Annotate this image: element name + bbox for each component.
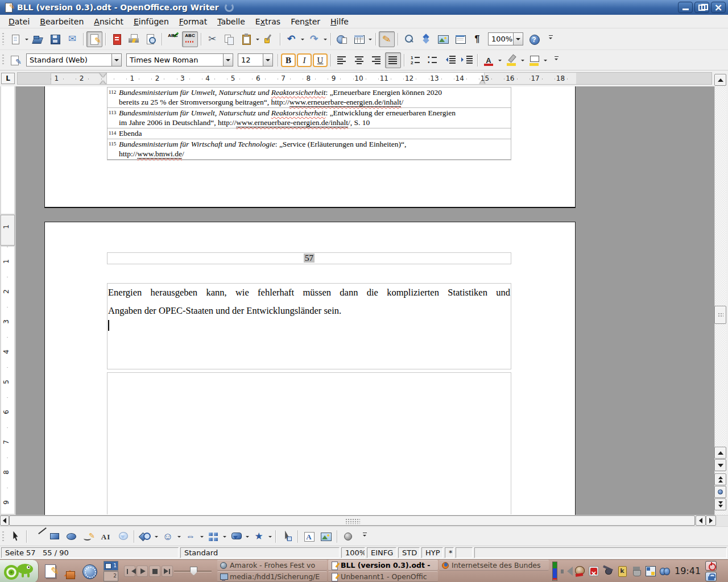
insert-table-button-dropdown-icon[interactable] (367, 32, 373, 47)
highlighting-button-dropdown-icon[interactable] (519, 53, 526, 68)
stars-button[interactable]: ★ (251, 529, 267, 544)
callouts-button-dropdown-icon[interactable] (244, 529, 250, 544)
taskbar-clock[interactable]: 19:41 (675, 566, 701, 576)
vertical-callout-button[interactable] (115, 529, 131, 544)
bullet-list-button[interactable] (424, 52, 440, 68)
line-button[interactable] (30, 529, 46, 544)
insert-mode-field[interactable]: EINFG (367, 547, 396, 558)
hyperlink-mode-field[interactable]: HYP (421, 547, 443, 558)
scroll-left-button[interactable] (0, 516, 9, 526)
font-size-combo-value[interactable]: 12 (238, 56, 263, 64)
footnote-link[interactable]: www.erneuerbare-energien.de/inhalt (236, 118, 348, 127)
page-56[interactable]: 112Bundesministerium für Umwelt, Natursc… (44, 86, 576, 208)
format-paintbrush-button[interactable] (261, 31, 277, 47)
network-tray-icon[interactable] (659, 565, 671, 577)
redo-button[interactable]: ↷ (306, 31, 322, 47)
symbol-shapes-button-dropdown-icon[interactable] (176, 529, 182, 544)
undo-button[interactable]: ↶ (283, 31, 299, 47)
body-text-frame[interactable]: Energien herausgeben kann, wie fehlerhaf… (107, 283, 511, 369)
home-folder-launcher-icon[interactable] (61, 563, 78, 580)
zoom-combo-value[interactable]: 100% (489, 35, 513, 43)
selection-mode-field[interactable]: STD (398, 547, 420, 558)
highlighting-button[interactable] (503, 52, 519, 68)
media-position-slider[interactable] (174, 566, 212, 577)
media-play-button[interactable] (136, 566, 148, 577)
email-button[interactable]: ✉ (64, 31, 80, 47)
font-color-button[interactable]: A (481, 52, 497, 68)
italic-button[interactable]: I (297, 53, 312, 67)
horizontal-scrollbar-thumb[interactable] (9, 516, 695, 526)
menu-datei[interactable]: Datei (3, 16, 35, 27)
page-number-field[interactable]: 57 (304, 253, 315, 263)
block-arrows-button-dropdown-icon[interactable] (198, 529, 205, 544)
media-next-button[interactable] (162, 566, 173, 577)
taskbar-task[interactable]: media:/hdd1/Sicherung/E (217, 571, 327, 582)
taskbar-task[interactable]: BLL (version 0.3).odt - (328, 560, 438, 571)
footnote-114[interactable]: 114Ebenda (107, 128, 511, 139)
open-button[interactable] (30, 31, 46, 47)
new-document-button-dropdown-icon[interactable] (23, 32, 30, 47)
menu-hilfe[interactable]: Hilfe (325, 16, 354, 27)
stars-button-dropdown-icon[interactable] (267, 529, 273, 544)
volume-tray-icon[interactable] (559, 565, 572, 577)
block-arrows-button[interactable]: ⇔ (183, 529, 198, 544)
amarok-dog-tray-icon[interactable] (573, 565, 586, 577)
insert-table-button[interactable] (351, 31, 367, 47)
kget-tray-icon[interactable] (602, 565, 614, 577)
edit-file-button[interactable] (86, 31, 102, 47)
find-replace-button[interactable] (401, 31, 417, 47)
basic-shapes-button-dropdown-icon[interactable] (153, 529, 159, 544)
menu-tabelle[interactable]: Tabelle (212, 16, 250, 27)
paste-button-dropdown-icon[interactable] (254, 32, 260, 47)
page-style-field[interactable]: Standard (180, 547, 340, 558)
extrusion-button[interactable] (340, 529, 356, 544)
media-stop-button[interactable] (149, 566, 160, 577)
font-name-combo-value[interactable]: Times New Roman (127, 56, 223, 64)
print-button[interactable] (126, 31, 142, 47)
font-name-combo-dropdown-icon[interactable] (223, 54, 233, 66)
error-tray-icon[interactable] (588, 565, 600, 577)
toolbar-overflow-button[interactable] (543, 31, 559, 47)
spellcheck-button[interactable]: ABC (165, 31, 181, 47)
copy-button[interactable] (221, 31, 237, 47)
auto-spellcheck-button[interactable]: ABC (182, 31, 198, 47)
zoom-combo-dropdown-icon[interactable] (513, 33, 523, 45)
menu-fenster[interactable]: Fenster (286, 16, 325, 27)
menu-einfgen[interactable]: Einfügen (129, 16, 174, 27)
previous-page-button[interactable] (714, 473, 726, 485)
paste-button[interactable] (238, 31, 254, 47)
justify-button[interactable] (385, 52, 401, 68)
flowchart-button[interactable] (205, 529, 221, 544)
navigator-button[interactable] (418, 31, 434, 47)
cut-button[interactable]: ✂ (204, 31, 220, 47)
align-center-button[interactable] (351, 52, 367, 68)
lock-screen-button[interactable] (705, 572, 717, 581)
font-size-combo-dropdown-icon[interactable] (263, 54, 272, 66)
vertical-scrollbar-thumb[interactable] (714, 306, 726, 324)
underline-button[interactable]: U (313, 53, 328, 67)
export-pdf-button[interactable] (109, 31, 125, 47)
paragraph-style-combo-value[interactable]: Standard (Web) (27, 56, 111, 64)
signature-field[interactable] (456, 547, 473, 558)
select-button[interactable] (7, 529, 23, 544)
page-57[interactable]: 57 Energien herausgeben kann, wie fehler… (44, 222, 576, 515)
empty-text-frame[interactable] (107, 372, 511, 514)
redo-button-dropdown-icon[interactable] (322, 32, 328, 47)
desktop-2-button[interactable]: 2 (104, 571, 118, 581)
scroll-up-button-bottom[interactable] (714, 447, 726, 459)
footnote-112[interactable]: 112Bundesministerium für Umwelt, Natursc… (107, 88, 511, 108)
bold-button[interactable]: B (281, 53, 296, 67)
system-load-meter-icon[interactable] (552, 562, 557, 581)
page-field[interactable]: Seite 57 55 / 90 (1, 547, 179, 558)
zoom-field[interactable]: 100% (341, 547, 365, 558)
toolbar-overflow-button[interactable] (357, 529, 373, 544)
new-document-button[interactable] (7, 31, 23, 47)
taskbar-task[interactable]: Unbenannt1 - OpenOffic (328, 571, 438, 582)
paragraph-style-combo-dropdown-icon[interactable] (111, 54, 121, 66)
font-color-button-dropdown-icon[interactable] (497, 53, 503, 68)
start-menu-button[interactable] (0, 560, 39, 582)
font-name-combo[interactable]: Times New Roman (126, 53, 233, 66)
basic-shapes-button[interactable] (137, 529, 153, 544)
edit-points-button[interactable] (279, 529, 295, 544)
background-color-button-dropdown-icon[interactable] (542, 53, 548, 68)
